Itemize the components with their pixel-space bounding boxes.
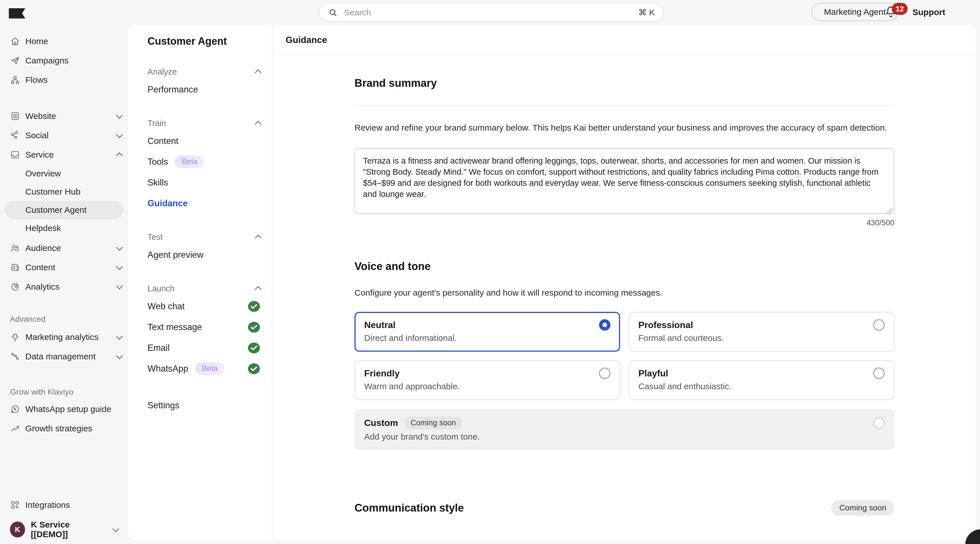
agent-nav-item-performance[interactable]: Performance [148,79,261,100]
chevron-up-icon [255,235,261,241]
agent-nav-section-launch[interactable]: Launch [148,281,261,296]
sidebar-item-integrations[interactable]: Integrations [0,495,128,515]
communication-style-section: Communication style Coming soon [355,500,894,516]
brand-summary-textarea[interactable]: Terraza is a fitness and activewear bran… [355,148,894,214]
main-sidebar: Home Campaigns Flows Website Social Serv… [0,25,128,544]
radio-icon[interactable] [873,319,885,331]
sidebar-item-social[interactable]: Social [0,126,128,145]
sidebar-item-growth-strategies[interactable]: Growth strategies [0,419,128,438]
chevron-down-icon [112,525,119,532]
sidebar-spacer [0,366,128,387]
sidebar-item-website[interactable]: Website [0,106,128,126]
sidebar-item-campaigns[interactable]: Campaigns [0,51,128,70]
klaviyo-logo[interactable] [9,8,25,19]
tone-option-professional[interactable]: Professional Formal and courteous. [628,312,894,352]
sidebar-item-customer-agent[interactable]: Customer Agent [5,201,124,219]
agent-nav-item-guidance[interactable]: Guidance [148,193,261,214]
sidebar-item-label: Website [25,111,56,121]
agent-nav-item-tools[interactable]: Tools Beta [148,151,261,172]
sidebar-item-label: Marketing analytics [25,332,99,342]
sidebar-item-helpdesk[interactable]: Helpdesk [5,219,124,237]
account-switcher[interactable]: K K Service [[DEMO]] [0,519,128,540]
voice-and-tone-description: Configure your agent's personality and h… [355,286,894,299]
item-label: Text message [148,322,202,332]
sidebar-item-overview[interactable]: Overview [5,165,124,182]
sidebar-item-label: Data management [25,352,95,362]
customer-agent-nav: Customer Agent Analyze Performance Train… [128,25,272,540]
agent-nav-item-content[interactable]: Content [148,131,261,151]
tone-option-friendly[interactable]: Friendly Warm and approachable. [355,360,620,400]
chevron-down-icon [116,263,123,270]
search-input[interactable] [344,8,632,17]
agent-nav-section-analyze[interactable]: Analyze [148,64,261,79]
chevron-up-icon [255,121,261,127]
data-nodes-icon [10,351,20,362]
agent-nav-item-text-message[interactable]: Text message [148,317,261,338]
item-label: Settings [148,400,179,411]
sidebar-item-content[interactable]: Content [0,258,128,277]
sidebar-section-grow: Grow with Klaviyo [0,387,128,397]
communication-style-title: Communication style [355,502,464,514]
agent-nav-section-train[interactable]: Train [148,116,261,131]
search-icon [328,8,338,17]
support-link[interactable]: Support [913,7,945,17]
agent-nav-item-email[interactable]: Email [148,338,261,358]
sidebar-section-advanced: Advanced [0,315,128,324]
character-counter: 430/500 [355,219,894,227]
pie-chart-icon [10,282,20,292]
agent-nav-section-test[interactable]: Test [148,230,261,244]
agent-nav-item-whatsapp[interactable]: WhatsApp Beta [148,358,261,379]
tone-option-playful[interactable]: Playful Casual and enthusiastic. [628,360,894,400]
sidebar-item-data-management[interactable]: Data management [0,347,128,366]
sidebar-item-label: Audience [25,243,61,253]
check-circle-icon [247,300,261,312]
sidebar-item-whatsapp-setup-guide[interactable]: WhatsApp setup guide [0,400,128,419]
sidebar-item-label: Flows [25,75,48,85]
sidebar-item-analytics[interactable]: Analytics [0,277,128,297]
section-divider [355,105,894,106]
agent-nav-item-web-chat[interactable]: Web chat [148,296,261,317]
tone-option-neutral[interactable]: Neutral Direct and informational. [355,312,620,352]
notification-count-badge: 12 [892,3,908,15]
radio-selected-icon[interactable] [599,319,611,331]
tone-description: Direct and informational. [364,333,611,343]
tone-label: Playful [638,368,668,379]
sidebar-item-home[interactable]: Home [0,32,128,51]
page-title: Guidance [273,25,976,56]
tone-label: Neutral [364,320,396,330]
radio-icon[interactable] [873,368,885,379]
item-label: Skills [148,178,168,188]
flowchart-icon [10,75,20,85]
sidebar-item-label: Overview [25,169,61,178]
sidebar-item-flows[interactable]: Flows [0,70,128,90]
sidebar-item-customer-hub[interactable]: Customer Hub [5,182,124,201]
top-bar: ⌘ K Marketing Agent 12 Support [0,0,980,25]
inbox-icon [10,150,20,160]
item-label: Web chat [148,301,185,312]
home-icon [10,36,20,46]
sidebar-spacer [0,90,128,106]
notifications-button[interactable]: 12 [884,5,901,22]
voice-and-tone-title: Voice and tone [355,260,894,273]
global-search[interactable]: ⌘ K [319,3,664,22]
sidebar-item-label: Integrations [25,500,70,510]
sidebar-item-audience[interactable]: Audience [0,238,128,258]
coming-soon-badge: Coming soon [831,500,894,516]
voice-and-tone-section: Voice and tone Configure your agent's pe… [355,260,894,450]
main-content: Guidance Brand summary Review and refine… [273,25,976,540]
sidebar-item-label: Growth strategies [25,423,92,433]
sidebar-item-marketing-analytics[interactable]: Marketing analytics [0,327,128,347]
agent-nav-item-agent-preview[interactable]: Agent preview [148,244,261,265]
agent-nav-item-skills[interactable]: Skills [148,172,261,193]
account-name: K Service [[DEMO]] [31,520,105,539]
tone-options: Neutral Direct and informational. Profes… [355,312,894,400]
check-circle-icon [247,363,261,375]
account-avatar: K [10,522,25,538]
whatsapp-icon [10,404,20,414]
sidebar-item-service[interactable]: Service [0,145,128,165]
check-circle-icon [247,321,261,333]
agent-nav-item-settings[interactable]: Settings [148,395,261,416]
radio-icon[interactable] [599,368,611,379]
tone-label: Custom [364,418,398,428]
chevron-down-icon [116,112,123,119]
